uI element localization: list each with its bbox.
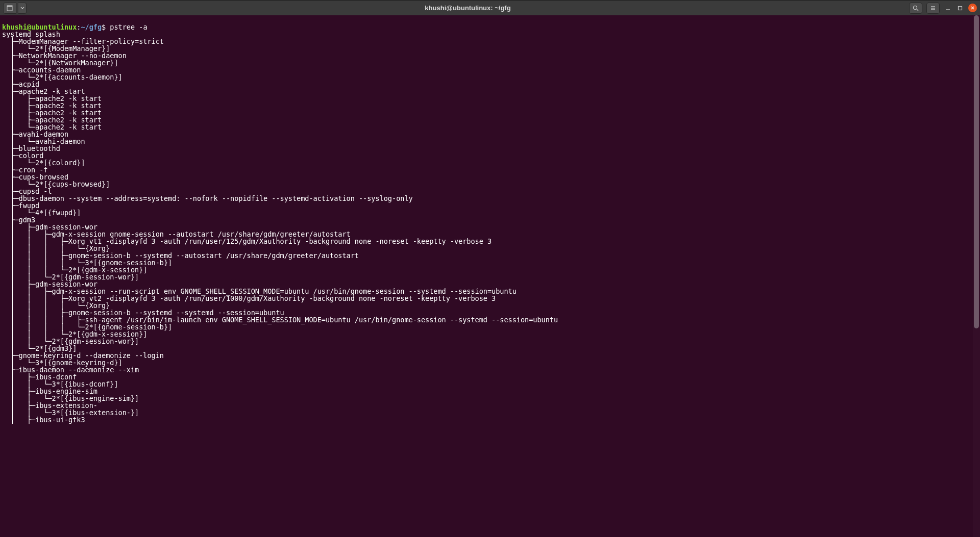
pstree-output: systemd splash ├─ModemManager --filter-p…: [2, 31, 978, 423]
close-button[interactable]: [968, 4, 977, 12]
close-icon: [970, 6, 975, 10]
chevron-down-icon: [20, 6, 24, 10]
window-titlebar: khushi@ubuntulinux: ~/gfg: [0, 0, 980, 15]
new-tab-button[interactable]: [3, 3, 16, 14]
scrollbar-thumb[interactable]: [974, 15, 979, 328]
svg-rect-1: [7, 6, 12, 7]
command-text: pstree -a: [106, 23, 147, 31]
svg-point-2: [914, 6, 917, 9]
search-button[interactable]: [909, 3, 922, 14]
titlebar-left-controls: [3, 3, 27, 14]
hamburger-icon: [930, 5, 936, 11]
minimize-button[interactable]: [944, 4, 952, 12]
titlebar-right-controls: [909, 3, 977, 14]
new-tab-dropdown-button[interactable]: [18, 3, 27, 14]
terminal-output-area[interactable]: khushi@ubuntulinux:~/gfg$ pstree -a syst…: [0, 15, 980, 431]
minimize-icon: [945, 6, 950, 11]
maximize-button[interactable]: [956, 4, 964, 12]
window-title: khushi@ubuntulinux: ~/gfg: [27, 4, 909, 12]
prompt-path: ~/gfg: [81, 23, 102, 31]
search-icon: [913, 5, 919, 11]
svg-rect-8: [959, 6, 962, 10]
maximize-icon: [958, 6, 963, 11]
scrollbar-track[interactable]: [973, 15, 980, 537]
terminal-icon: [7, 5, 13, 11]
prompt-dollar: $: [102, 23, 106, 31]
menu-button[interactable]: [926, 3, 940, 14]
svg-line-3: [917, 9, 918, 11]
